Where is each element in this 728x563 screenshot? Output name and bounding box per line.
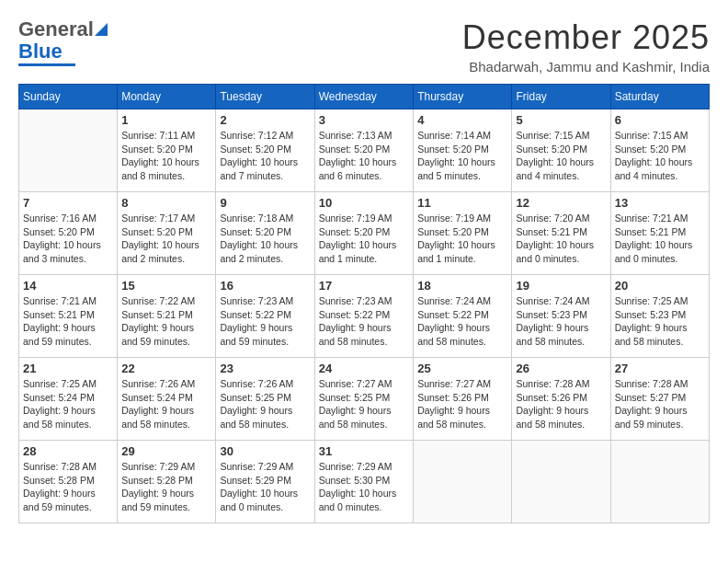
day-number: 6 bbox=[615, 113, 705, 127]
day-info: Sunrise: 7:26 AM Sunset: 5:25 PM Dayligh… bbox=[220, 377, 310, 431]
day-number: 8 bbox=[121, 196, 211, 210]
calendar-cell: 20Sunrise: 7:25 AM Sunset: 5:23 PM Dayli… bbox=[610, 275, 709, 358]
day-number: 22 bbox=[121, 362, 211, 375]
day-number: 10 bbox=[319, 196, 410, 210]
day-number: 28 bbox=[23, 444, 113, 458]
day-header-tuesday: Tuesday bbox=[216, 85, 314, 109]
day-header-saturday: Saturday bbox=[610, 85, 709, 109]
calendar-cell: 31Sunrise: 7:29 AM Sunset: 5:30 PM Dayli… bbox=[314, 441, 414, 523]
calendar-cell bbox=[414, 441, 512, 523]
day-number: 4 bbox=[417, 113, 507, 127]
calendar-cell: 8Sunrise: 7:17 AM Sunset: 5:20 PM Daylig… bbox=[118, 192, 216, 275]
calendar-cell: 7Sunrise: 7:16 AM Sunset: 5:20 PM Daylig… bbox=[19, 192, 118, 275]
logo-blue: Blue bbox=[18, 40, 63, 63]
day-info: Sunrise: 7:20 AM Sunset: 5:21 PM Dayligh… bbox=[516, 212, 606, 266]
calendar-cell bbox=[19, 109, 118, 192]
day-number: 25 bbox=[417, 362, 507, 375]
calendar-cell: 18Sunrise: 7:24 AM Sunset: 5:22 PM Dayli… bbox=[414, 275, 512, 358]
day-info: Sunrise: 7:15 AM Sunset: 5:20 PM Dayligh… bbox=[516, 129, 606, 183]
day-number: 3 bbox=[319, 113, 410, 127]
calendar-cell: 12Sunrise: 7:20 AM Sunset: 5:21 PM Dayli… bbox=[512, 192, 610, 275]
calendar-cell bbox=[512, 441, 610, 523]
calendar-cell: 9Sunrise: 7:18 AM Sunset: 5:20 PM Daylig… bbox=[216, 192, 314, 275]
day-number: 7 bbox=[23, 196, 113, 210]
calendar-table: SundayMondayTuesdayWednesdayThursdayFrid… bbox=[18, 84, 710, 523]
day-info: Sunrise: 7:29 AM Sunset: 5:28 PM Dayligh… bbox=[121, 460, 211, 514]
day-info: Sunrise: 7:16 AM Sunset: 5:20 PM Dayligh… bbox=[23, 212, 113, 266]
day-number: 14 bbox=[23, 279, 113, 293]
day-number: 13 bbox=[615, 196, 705, 210]
day-number: 5 bbox=[516, 113, 606, 127]
day-number: 27 bbox=[615, 362, 705, 375]
calendar-cell: 10Sunrise: 7:19 AM Sunset: 5:20 PM Dayli… bbox=[314, 192, 414, 275]
day-number: 31 bbox=[319, 444, 410, 458]
calendar-cell: 25Sunrise: 7:27 AM Sunset: 5:26 PM Dayli… bbox=[414, 358, 512, 441]
calendar-cell: 6Sunrise: 7:15 AM Sunset: 5:20 PM Daylig… bbox=[610, 109, 709, 192]
calendar-cell: 3Sunrise: 7:13 AM Sunset: 5:20 PM Daylig… bbox=[314, 109, 414, 192]
calendar-cell: 14Sunrise: 7:21 AM Sunset: 5:21 PM Dayli… bbox=[19, 275, 118, 358]
day-number: 29 bbox=[121, 444, 211, 458]
day-info: Sunrise: 7:17 AM Sunset: 5:20 PM Dayligh… bbox=[121, 212, 211, 266]
day-info: Sunrise: 7:23 AM Sunset: 5:22 PM Dayligh… bbox=[220, 294, 310, 349]
day-number: 20 bbox=[615, 279, 705, 293]
day-number: 11 bbox=[417, 196, 507, 210]
day-header-monday: Monday bbox=[118, 85, 216, 109]
day-info: Sunrise: 7:29 AM Sunset: 5:30 PM Dayligh… bbox=[319, 460, 410, 514]
day-info: Sunrise: 7:14 AM Sunset: 5:20 PM Dayligh… bbox=[417, 129, 507, 183]
day-number: 21 bbox=[23, 362, 113, 375]
calendar-cell: 1Sunrise: 7:11 AM Sunset: 5:20 PM Daylig… bbox=[118, 109, 216, 192]
day-info: Sunrise: 7:28 AM Sunset: 5:26 PM Dayligh… bbox=[516, 377, 606, 431]
day-info: Sunrise: 7:24 AM Sunset: 5:23 PM Dayligh… bbox=[516, 294, 606, 349]
calendar-cell: 15Sunrise: 7:22 AM Sunset: 5:21 PM Dayli… bbox=[118, 275, 216, 358]
calendar-cell: 17Sunrise: 7:23 AM Sunset: 5:22 PM Dayli… bbox=[314, 275, 414, 358]
calendar-cell: 21Sunrise: 7:25 AM Sunset: 5:24 PM Dayli… bbox=[19, 358, 118, 441]
day-info: Sunrise: 7:19 AM Sunset: 5:20 PM Dayligh… bbox=[319, 212, 410, 266]
calendar-cell: 16Sunrise: 7:23 AM Sunset: 5:22 PM Dayli… bbox=[216, 275, 314, 358]
day-number: 2 bbox=[220, 113, 310, 127]
calendar-cell: 2Sunrise: 7:12 AM Sunset: 5:20 PM Daylig… bbox=[216, 109, 314, 192]
day-info: Sunrise: 7:18 AM Sunset: 5:20 PM Dayligh… bbox=[220, 212, 310, 266]
day-number: 26 bbox=[516, 362, 606, 375]
day-info: Sunrise: 7:11 AM Sunset: 5:20 PM Dayligh… bbox=[121, 129, 211, 183]
day-number: 23 bbox=[220, 362, 310, 375]
day-header-friday: Friday bbox=[512, 85, 610, 109]
calendar-cell: 11Sunrise: 7:19 AM Sunset: 5:20 PM Dayli… bbox=[414, 192, 512, 275]
day-info: Sunrise: 7:21 AM Sunset: 5:21 PM Dayligh… bbox=[23, 294, 113, 349]
day-number: 19 bbox=[516, 279, 606, 293]
day-header-wednesday: Wednesday bbox=[314, 85, 414, 109]
day-header-sunday: Sunday bbox=[19, 85, 118, 109]
day-number: 1 bbox=[121, 113, 211, 127]
day-info: Sunrise: 7:25 AM Sunset: 5:23 PM Dayligh… bbox=[615, 294, 705, 349]
month-title: December 2025 bbox=[462, 18, 710, 57]
day-header-thursday: Thursday bbox=[414, 85, 512, 109]
logo-flag-icon bbox=[95, 23, 108, 36]
day-info: Sunrise: 7:21 AM Sunset: 5:21 PM Dayligh… bbox=[615, 212, 705, 266]
calendar-cell bbox=[610, 441, 709, 523]
day-info: Sunrise: 7:26 AM Sunset: 5:24 PM Dayligh… bbox=[121, 377, 211, 431]
calendar-cell: 13Sunrise: 7:21 AM Sunset: 5:21 PM Dayli… bbox=[610, 192, 709, 275]
calendar-cell: 24Sunrise: 7:27 AM Sunset: 5:25 PM Dayli… bbox=[314, 358, 414, 441]
day-number: 12 bbox=[516, 196, 606, 210]
day-info: Sunrise: 7:29 AM Sunset: 5:29 PM Dayligh… bbox=[220, 460, 310, 514]
calendar-cell: 29Sunrise: 7:29 AM Sunset: 5:28 PM Dayli… bbox=[118, 441, 216, 523]
day-info: Sunrise: 7:27 AM Sunset: 5:25 PM Dayligh… bbox=[319, 377, 410, 431]
day-number: 17 bbox=[319, 279, 410, 293]
day-info: Sunrise: 7:27 AM Sunset: 5:26 PM Dayligh… bbox=[417, 377, 507, 431]
calendar-cell: 22Sunrise: 7:26 AM Sunset: 5:24 PM Dayli… bbox=[118, 358, 216, 441]
logo: General Blue bbox=[18, 18, 108, 66]
day-info: Sunrise: 7:13 AM Sunset: 5:20 PM Dayligh… bbox=[319, 129, 410, 183]
day-number: 9 bbox=[220, 196, 310, 210]
day-number: 30 bbox=[220, 444, 310, 458]
day-info: Sunrise: 7:28 AM Sunset: 5:27 PM Dayligh… bbox=[615, 377, 705, 431]
day-info: Sunrise: 7:15 AM Sunset: 5:20 PM Dayligh… bbox=[615, 129, 705, 183]
title-block: December 2025 Bhadarwah, Jammu and Kashm… bbox=[462, 18, 710, 75]
location-subtitle: Bhadarwah, Jammu and Kashmir, India bbox=[462, 59, 710, 75]
day-info: Sunrise: 7:25 AM Sunset: 5:24 PM Dayligh… bbox=[23, 377, 113, 431]
day-info: Sunrise: 7:24 AM Sunset: 5:22 PM Dayligh… bbox=[417, 294, 507, 349]
day-number: 15 bbox=[121, 279, 211, 293]
day-info: Sunrise: 7:23 AM Sunset: 5:22 PM Dayligh… bbox=[319, 294, 410, 349]
page-header: General Blue December 2025 Bhadarwah, Ja… bbox=[18, 18, 710, 75]
day-info: Sunrise: 7:12 AM Sunset: 5:20 PM Dayligh… bbox=[220, 129, 310, 183]
calendar-cell: 19Sunrise: 7:24 AM Sunset: 5:23 PM Dayli… bbox=[512, 275, 610, 358]
calendar-cell: 4Sunrise: 7:14 AM Sunset: 5:20 PM Daylig… bbox=[414, 109, 512, 192]
